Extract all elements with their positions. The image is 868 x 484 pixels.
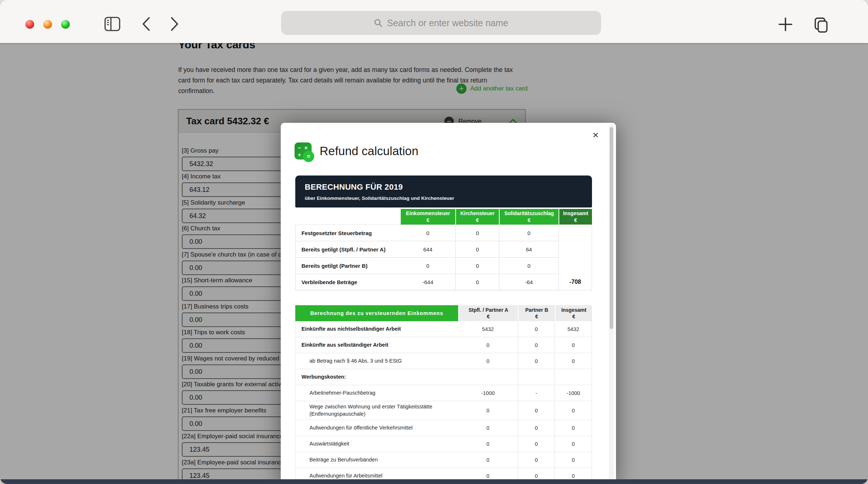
browser-window: Your Tax cards If you have received more… [0, 0, 868, 484]
table-row: Beiträge zu Berufsverbänden 0 0 0 [296, 452, 592, 468]
column-header-total: Insgesamt€ [559, 209, 592, 225]
tax-amounts-table: Einkommensteuer€ Kirchensteuer€ Solidari… [295, 209, 592, 290]
close-icon[interactable]: × [593, 130, 599, 140]
table-row: Einkünfte aus selbständiger Arbeit 0 0 0 [296, 337, 592, 353]
table-row: Verbleibende Beträge -644 0 -64 [296, 274, 559, 290]
table-row: Einkünfte aus nichtselbständiger Arbeit … [296, 321, 592, 337]
tab-overview-icon[interactable] [810, 16, 829, 34]
table-row: Auswärtstätigkeit 0 0 0 [296, 436, 592, 452]
column-header: Partner B€ [518, 305, 555, 321]
table-row: Bereits getilgt (Partner B) 0 0 0 [296, 258, 559, 274]
zoom-window-button[interactable] [61, 20, 70, 29]
minimize-window-button[interactable] [43, 20, 52, 29]
column-header: Einkommensteuer€ [400, 209, 455, 225]
table-row: Bereits getilgt (Stpfl. / Partner A) 644… [296, 241, 559, 258]
table-row: Werbungskosten: [296, 369, 592, 385]
column-header: Solidaritätszuschlag€ [499, 209, 559, 225]
table-row: Aufwendungen für öffentliche Verkehrsmit… [296, 420, 592, 436]
table-row: Arbeitnehmer-Pauschbetrag -1000 - -1000 [296, 385, 592, 401]
table-header-row: Einkommensteuer€ Kirchensteuer€ Solidari… [295, 209, 559, 225]
modal-scrollbar[interactable] [609, 124, 614, 483]
close-window-button[interactable] [25, 20, 34, 29]
search-icon [374, 19, 383, 27]
calculation-subtitle: über Einkommensteuer, Solidaritätszuschl… [305, 195, 583, 201]
column-header: Stpfl. / Partner A€ [458, 305, 518, 321]
browser-toolbar: Search or enter website name [0, 0, 868, 43]
scrollbar-thumb[interactable] [610, 127, 613, 329]
column-header: Kirchensteuer€ [455, 209, 499, 225]
calculation-year-title: BERECHNUNG FÜR 2019 [305, 182, 583, 192]
table-row: ab Betrag nach § 46 Abs. 3 und 5 EStG 0 … [296, 353, 592, 369]
calculation-header-card: BERECHNUNG FÜR 2019 über Einkommensteuer… [295, 176, 592, 207]
new-tab-icon[interactable] [777, 16, 793, 32]
sidebar-toggle-icon[interactable] [104, 16, 121, 32]
income-table-title: Berechnung des zu versteuernden Einkomme… [295, 305, 458, 321]
table-header-row: Berechnung des zu versteuernden Einkomme… [295, 305, 592, 321]
table-row: Festgesetzter Steuerbetrag 0 0 0 [296, 225, 559, 241]
modal-title: Refund calculation [320, 144, 419, 158]
calculator-icon: −×+ = [295, 142, 312, 160]
taxable-income-table: Berechnung des zu versteuernden Einkomme… [295, 305, 592, 484]
search-placeholder: Search or enter website name [387, 18, 508, 28]
back-button[interactable] [141, 16, 151, 32]
table-row: Wege zwischen Wohnung und erster Tätigke… [296, 401, 592, 420]
total-value: -708 [569, 279, 581, 285]
forward-button[interactable] [169, 16, 180, 32]
column-header: Insgesamt€ [555, 305, 592, 321]
refund-calculation-modal: × −×+ = Refund calculation BERECHNUNG FÜ… [281, 123, 616, 484]
address-search-field[interactable]: Search or enter website name [281, 11, 601, 35]
page-footer-bar [0, 479, 868, 484]
